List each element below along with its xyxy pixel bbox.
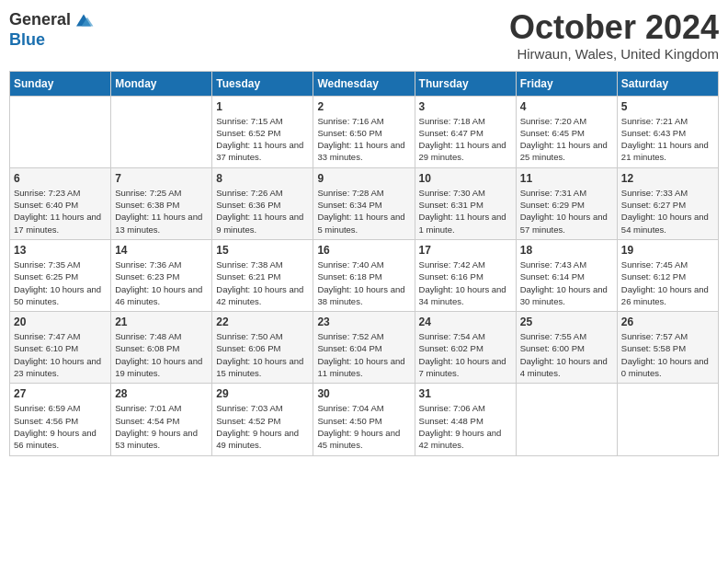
day-number: 21	[115, 316, 208, 328]
day-number: 26	[621, 316, 714, 328]
day-info: Sunrise: 7:03 AM Sunset: 4:52 PM Dayligh…	[216, 402, 309, 451]
month-title: October 2024	[509, 9, 719, 46]
location: Hirwaun, Wales, United Kingdom	[509, 46, 719, 62]
calendar-cell	[617, 384, 718, 455]
day-info: Sunrise: 7:30 AM Sunset: 6:31 PM Dayligh…	[419, 187, 512, 236]
day-number: 17	[419, 244, 512, 257]
day-number: 13	[14, 244, 107, 257]
calendar-cell: 20Sunrise: 7:47 AM Sunset: 6:10 PM Dayli…	[10, 312, 111, 384]
day-info: Sunrise: 7:54 AM Sunset: 6:02 PM Dayligh…	[419, 330, 512, 379]
day-number: 7	[115, 172, 208, 185]
day-info: Sunrise: 7:20 AM Sunset: 6:45 PM Dayligh…	[520, 115, 613, 164]
calendar-cell: 16Sunrise: 7:40 AM Sunset: 6:18 PM Dayli…	[313, 239, 415, 311]
calendar-cell: 25Sunrise: 7:55 AM Sunset: 6:00 PM Dayli…	[516, 312, 617, 384]
calendar-cell: 15Sunrise: 7:38 AM Sunset: 6:21 PM Dayli…	[212, 239, 313, 311]
day-info: Sunrise: 7:15 AM Sunset: 6:52 PM Dayligh…	[216, 115, 309, 164]
day-info: Sunrise: 7:43 AM Sunset: 6:14 PM Dayligh…	[520, 259, 613, 307]
weekday-header-saturday: Saturday	[617, 71, 718, 96]
day-number: 27	[14, 387, 107, 400]
day-info: Sunrise: 7:48 AM Sunset: 6:08 PM Dayligh…	[115, 330, 208, 379]
day-number: 3	[419, 100, 512, 113]
calendar-cell: 23Sunrise: 7:52 AM Sunset: 6:04 PM Dayli…	[313, 312, 415, 384]
logo-blue: Blue	[9, 30, 45, 49]
calendar-cell: 18Sunrise: 7:43 AM Sunset: 6:14 PM Dayli…	[516, 239, 617, 311]
day-number: 28	[115, 387, 208, 400]
day-info: Sunrise: 7:42 AM Sunset: 6:16 PM Dayligh…	[419, 259, 512, 307]
day-number: 31	[419, 387, 512, 400]
day-info: Sunrise: 7:35 AM Sunset: 6:25 PM Dayligh…	[14, 259, 107, 307]
day-info: Sunrise: 7:33 AM Sunset: 6:27 PM Dayligh…	[621, 187, 714, 236]
calendar-cell	[10, 96, 111, 167]
calendar-cell: 28Sunrise: 7:01 AM Sunset: 4:54 PM Dayli…	[111, 384, 212, 455]
day-number: 11	[520, 172, 613, 185]
day-number: 22	[216, 316, 309, 328]
calendar-cell: 29Sunrise: 7:03 AM Sunset: 4:52 PM Dayli…	[212, 384, 313, 455]
calendar-cell	[516, 384, 617, 455]
day-number: 15	[216, 244, 309, 257]
calendar-cell: 17Sunrise: 7:42 AM Sunset: 6:16 PM Dayli…	[415, 239, 516, 311]
weekday-header-wednesday: Wednesday	[313, 71, 415, 96]
day-number: 10	[419, 172, 512, 185]
calendar-cell: 22Sunrise: 7:50 AM Sunset: 6:06 PM Dayli…	[212, 312, 313, 384]
weekday-header-sunday: Sunday	[10, 71, 111, 96]
day-info: Sunrise: 7:47 AM Sunset: 6:10 PM Dayligh…	[14, 330, 107, 379]
day-number: 9	[317, 172, 410, 185]
day-number: 23	[317, 316, 410, 328]
day-info: Sunrise: 7:50 AM Sunset: 6:06 PM Dayligh…	[216, 330, 309, 379]
calendar-cell: 24Sunrise: 7:54 AM Sunset: 6:02 PM Dayli…	[415, 312, 516, 384]
day-info: Sunrise: 7:55 AM Sunset: 6:00 PM Dayligh…	[520, 330, 613, 379]
day-number: 2	[317, 100, 410, 113]
calendar-cell: 26Sunrise: 7:57 AM Sunset: 5:58 PM Dayli…	[617, 312, 718, 384]
weekday-header-monday: Monday	[111, 71, 212, 96]
calendar-cell: 2Sunrise: 7:16 AM Sunset: 6:50 PM Daylig…	[313, 96, 415, 167]
calendar-cell: 6Sunrise: 7:23 AM Sunset: 6:40 PM Daylig…	[10, 167, 111, 239]
day-number: 18	[520, 244, 613, 257]
day-info: Sunrise: 6:59 AM Sunset: 4:56 PM Dayligh…	[14, 402, 107, 451]
logo-icon	[73, 9, 95, 31]
day-number: 16	[317, 244, 410, 257]
day-number: 6	[14, 172, 107, 185]
day-info: Sunrise: 7:06 AM Sunset: 4:48 PM Dayligh…	[419, 402, 512, 451]
weekday-header-tuesday: Tuesday	[212, 71, 313, 96]
day-info: Sunrise: 7:21 AM Sunset: 6:43 PM Dayligh…	[621, 115, 714, 164]
calendar-cell	[111, 96, 212, 167]
day-info: Sunrise: 7:16 AM Sunset: 6:50 PM Dayligh…	[317, 115, 410, 164]
day-info: Sunrise: 7:57 AM Sunset: 5:58 PM Dayligh…	[621, 330, 714, 379]
calendar-cell: 7Sunrise: 7:25 AM Sunset: 6:38 PM Daylig…	[111, 167, 212, 239]
day-number: 24	[419, 316, 512, 328]
calendar-cell: 8Sunrise: 7:26 AM Sunset: 6:36 PM Daylig…	[212, 167, 313, 239]
day-info: Sunrise: 7:04 AM Sunset: 4:50 PM Dayligh…	[317, 402, 410, 451]
calendar-cell: 3Sunrise: 7:18 AM Sunset: 6:47 PM Daylig…	[415, 96, 516, 167]
day-number: 19	[621, 244, 714, 257]
logo: General Blue	[9, 9, 95, 50]
day-info: Sunrise: 7:26 AM Sunset: 6:36 PM Dayligh…	[216, 187, 309, 236]
calendar-cell: 10Sunrise: 7:30 AM Sunset: 6:31 PM Dayli…	[415, 167, 516, 239]
day-number: 8	[216, 172, 309, 185]
day-number: 4	[520, 100, 613, 113]
calendar-cell: 5Sunrise: 7:21 AM Sunset: 6:43 PM Daylig…	[617, 96, 718, 167]
day-number: 29	[216, 387, 309, 400]
day-info: Sunrise: 7:36 AM Sunset: 6:23 PM Dayligh…	[115, 259, 208, 307]
day-info: Sunrise: 7:40 AM Sunset: 6:18 PM Dayligh…	[317, 259, 410, 307]
weekday-header-thursday: Thursday	[415, 71, 516, 96]
day-info: Sunrise: 7:52 AM Sunset: 6:04 PM Dayligh…	[317, 330, 410, 379]
day-info: Sunrise: 7:25 AM Sunset: 6:38 PM Dayligh…	[115, 187, 208, 236]
day-info: Sunrise: 7:31 AM Sunset: 6:29 PM Dayligh…	[520, 187, 613, 236]
calendar-cell: 27Sunrise: 6:59 AM Sunset: 4:56 PM Dayli…	[10, 384, 111, 455]
calendar-cell: 19Sunrise: 7:45 AM Sunset: 6:12 PM Dayli…	[617, 239, 718, 311]
calendar-cell: 13Sunrise: 7:35 AM Sunset: 6:25 PM Dayli…	[10, 239, 111, 311]
day-info: Sunrise: 7:38 AM Sunset: 6:21 PM Dayligh…	[216, 259, 309, 307]
day-number: 20	[14, 316, 107, 328]
title-section: October 2024 Hirwaun, Wales, United King…	[509, 9, 719, 62]
day-info: Sunrise: 7:18 AM Sunset: 6:47 PM Dayligh…	[419, 115, 512, 164]
calendar-cell: 30Sunrise: 7:04 AM Sunset: 4:50 PM Dayli…	[313, 384, 415, 455]
weekday-header-friday: Friday	[516, 71, 617, 96]
calendar-cell: 1Sunrise: 7:15 AM Sunset: 6:52 PM Daylig…	[212, 96, 313, 167]
calendar-cell: 12Sunrise: 7:33 AM Sunset: 6:27 PM Dayli…	[617, 167, 718, 239]
calendar-table: SundayMondayTuesdayWednesdayThursdayFrid…	[9, 71, 719, 456]
day-info: Sunrise: 7:23 AM Sunset: 6:40 PM Dayligh…	[14, 187, 107, 236]
calendar-cell: 14Sunrise: 7:36 AM Sunset: 6:23 PM Dayli…	[111, 239, 212, 311]
day-number: 25	[520, 316, 613, 328]
day-info: Sunrise: 7:45 AM Sunset: 6:12 PM Dayligh…	[621, 259, 714, 307]
day-info: Sunrise: 7:28 AM Sunset: 6:34 PM Dayligh…	[317, 187, 410, 236]
